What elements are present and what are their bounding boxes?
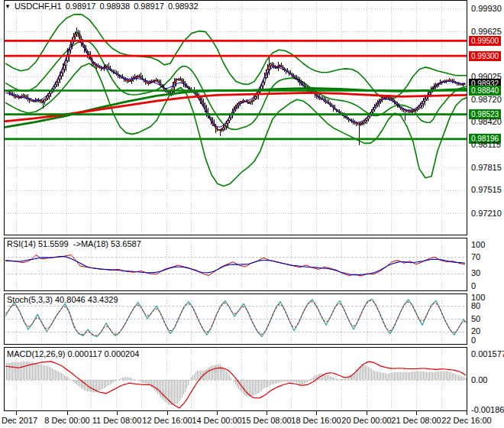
price-label: 0.99625 bbox=[471, 27, 502, 37]
rsi-tick-label: 30 bbox=[471, 268, 480, 278]
time-label: 8 Dec 00:00 bbox=[44, 416, 89, 425]
main-chart-panel[interactable] bbox=[4, 0, 467, 235]
time-tick bbox=[267, 411, 267, 415]
ohlc-high: 0.98938 bbox=[99, 2, 130, 11]
time-tick bbox=[67, 411, 68, 415]
price-label: 0.98115 bbox=[471, 140, 501, 150]
price-label: 0.97815 bbox=[471, 163, 502, 173]
price-label: 0.98720 bbox=[471, 95, 502, 105]
macd-tick-label: 0.001577 bbox=[471, 349, 504, 359]
price-label: 0.97210 bbox=[471, 209, 502, 219]
price-label: 0.99930 bbox=[471, 4, 502, 14]
time-label: 18 Dec 16:00 bbox=[291, 416, 341, 425]
time-label: 6 Dec 2017 bbox=[0, 416, 37, 425]
time-label: 14 Dec 00:00 bbox=[192, 416, 241, 425]
time-tick bbox=[117, 411, 118, 415]
macd-tick-label: -0.001867 bbox=[471, 405, 504, 415]
stoch-tick-label: 80 bbox=[471, 301, 480, 311]
time-tick bbox=[167, 411, 168, 415]
stoch-tick-label: 50 bbox=[471, 314, 480, 324]
macd-tick-label: 0.00 bbox=[471, 375, 487, 385]
time-tick bbox=[416, 411, 417, 415]
time-tick bbox=[16, 411, 17, 415]
time-label: 15 Dec 08:00 bbox=[241, 416, 291, 425]
price-label: 0.98420 bbox=[471, 117, 502, 127]
chart-title: ▼ USDCHF,H1 0.98917 0.98938 0.98917 0.98… bbox=[5, 1, 202, 11]
price-label: 0.97515 bbox=[471, 185, 502, 195]
rsi-label: RSI(14) 51.5599 ->MA(18) 53.6587 bbox=[7, 239, 141, 248]
time-label: 21 Dec 08:00 bbox=[391, 416, 441, 425]
price-chart[interactable] bbox=[4, 0, 467, 235]
symbol-dropdown-icon[interactable]: ▼ bbox=[5, 3, 11, 10]
time-label: 12 Dec 16:00 bbox=[142, 416, 192, 425]
time-tick bbox=[367, 411, 367, 415]
chart-window: ▼ USDCHF,H1 0.98917 0.98938 0.98917 0.98… bbox=[0, 0, 504, 428]
time-label: 22 Dec 16:00 bbox=[441, 416, 491, 425]
ohlc-open: 0.98917 bbox=[66, 2, 96, 11]
resistance-price-badge: 0.99300 bbox=[469, 51, 501, 61]
rsi-tick-label: 70 bbox=[471, 252, 480, 262]
time-label: 11 Dec 08:00 bbox=[92, 416, 142, 425]
ohlc-low: 0.98917 bbox=[134, 2, 164, 11]
stoch-label: Stoch(5,3,3) 40.8046 43.4329 bbox=[7, 295, 118, 304]
rsi-tick-label: 100 bbox=[471, 240, 485, 250]
ohlc-close: 0.98932 bbox=[168, 2, 199, 11]
time-tick bbox=[467, 411, 467, 415]
resistance-price-badge: 0.99500 bbox=[469, 36, 501, 46]
time-tick bbox=[217, 411, 218, 415]
time-tick bbox=[316, 411, 317, 415]
symbol-timeframe: USDCHF,H1 bbox=[15, 2, 62, 11]
time-label: 20 Dec 00:00 bbox=[341, 416, 391, 425]
macd-label: MACD(12,26,9) 0.000117 0.000204 bbox=[7, 349, 139, 358]
stoch-tick-label: 0 bbox=[471, 336, 476, 345]
rsi-tick-label: 0 bbox=[471, 281, 476, 291]
